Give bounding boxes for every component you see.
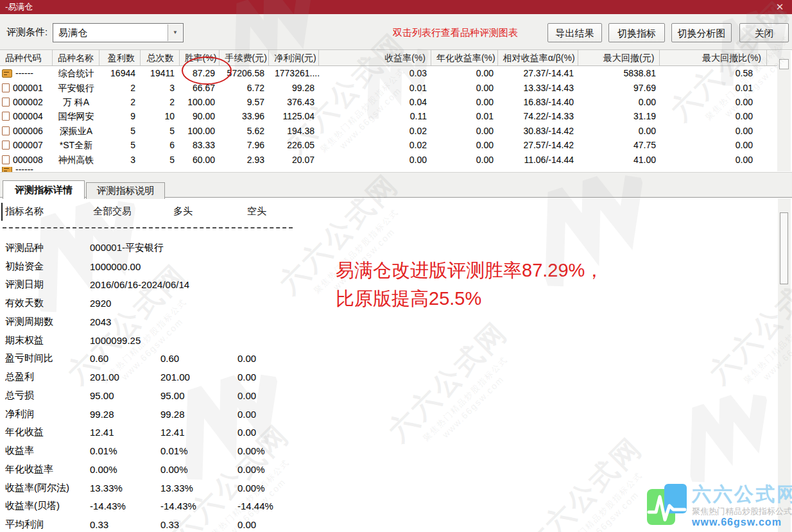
cell-ret: 0.02 [320, 138, 432, 152]
table-scrollbar[interactable] [777, 51, 791, 171]
table-row[interactable]: 000001平安银行2366.676.7299.280.010.0013.33/… [0, 80, 768, 94]
cell-profit: 226.05 [270, 138, 320, 152]
column-header[interactable]: 最大回撤(元) [578, 50, 660, 65]
detail-short: 0.00 [237, 372, 334, 382]
column-header-filler [767, 50, 777, 65]
close-button[interactable]: 关闭 [739, 23, 789, 42]
detail-long: -14.43% [160, 501, 237, 511]
column-header[interactable]: 盈利数 [99, 50, 141, 65]
detail-row: 初始资金1000000.00 [0, 257, 334, 276]
table-row[interactable]: 000004国华网安91090.0033.961125.040.110.0174… [0, 109, 768, 123]
page-icon [2, 83, 10, 92]
detail-label: 收益率(阿尔法) [0, 482, 90, 494]
detail-long: 201.00 [160, 372, 237, 382]
detail-row: 年化收益12.4112.410.00 [0, 424, 334, 442]
cell-winrate: 100.00 [180, 124, 220, 138]
switch-analysis-chart-button[interactable]: 切换分析图 [671, 23, 732, 42]
pulse-logo-icon [647, 484, 687, 525]
condition-dropdown[interactable]: 易满仓 ▼ [53, 23, 184, 42]
cell-alpha_beta: 27.57/-14.42 [499, 138, 579, 152]
table-row-partial[interactable]: ------ [0, 167, 768, 172]
detail-long: 95.00 [160, 390, 237, 401]
table-row[interactable]: 000008神州高铁3560.002.9320.070.000.0011.06/… [0, 152, 768, 166]
table-row[interactable]: 000002万 科A22100.009.57376.430.040.0016.8… [0, 95, 768, 109]
cell-fee: 33.96 [220, 109, 270, 123]
table-row[interactable]: ------综合统计169441941187.2957206.581773261… [0, 66, 768, 80]
column-header[interactable]: 年化收益率(%) [431, 50, 498, 65]
page-icon [2, 112, 10, 121]
detail-long: 12.41 [160, 427, 237, 438]
cell-ret: 0.11 [320, 109, 432, 123]
cell-ret: 0.03 [320, 66, 432, 80]
table-scrollbar-thumb[interactable] [779, 59, 789, 69]
table-row[interactable]: 000006深振业A55100.005.62194.380.020.0030.8… [0, 124, 768, 138]
detail-label: 初始资金 [0, 261, 90, 273]
column-header[interactable]: 收益率(%) [319, 50, 431, 65]
detail-row: 期末权益1000099.25 [0, 331, 334, 350]
cell-wins: 2 [99, 81, 141, 95]
cell-total: 3 [141, 81, 180, 95]
condition-value: 易满仓 [58, 24, 87, 42]
page-icon [2, 126, 10, 135]
detail-row: 评测品种000001-平安银行 [0, 239, 334, 257]
column-header[interactable]: 净利润(元) [269, 50, 319, 65]
column-header[interactable]: 品种名称 [53, 50, 99, 65]
detail-short: 0.00 [237, 409, 334, 420]
cell-annual: 0.00 [432, 153, 499, 167]
column-header[interactable]: 总次数 [141, 50, 180, 65]
detail-short: 0.00% [237, 483, 334, 493]
cell-wins: 2 [99, 95, 141, 109]
summary-icon [2, 167, 12, 172]
cell-wins: 9 [99, 109, 141, 123]
title-bar: -易满仓 ✕ [0, 0, 792, 14]
close-icon[interactable]: ✕ [771, 0, 788, 14]
detail-long: 99.28 [160, 409, 237, 420]
window-title: -易满仓 [5, 0, 33, 14]
detail-label: 总亏损 [0, 390, 90, 402]
detail-row: 收益率(阿尔法)13.33%13.33%0.00% [0, 479, 334, 497]
column-header[interactable]: 相对收益率α/β(%) [498, 50, 578, 65]
table-header-row: 品种代码品种名称盈利数总次数胜率(%)手续费(元)净利润(元)收益率(%)年化收… [0, 50, 777, 66]
detail-short: 0.00 [237, 353, 334, 364]
detail-short: -14.44% [237, 501, 334, 511]
column-header[interactable]: 品种代码 [0, 50, 53, 65]
detail-all: 1000000.00 [90, 261, 160, 272]
text-caret [1, 203, 3, 221]
table-body: ------综合统计169441941187.2957206.581773261… [0, 66, 792, 172]
detail-long: 0.33 [160, 519, 237, 530]
cell-name: 国华网安 [53, 109, 99, 123]
detail-header-long: 多头 [173, 205, 193, 218]
cell-name: *ST全新 [53, 138, 99, 152]
switch-indicator-button[interactable]: 切换指标 [608, 23, 665, 42]
detail-label: 年化收益 [0, 426, 90, 438]
export-results-button[interactable]: 导出结果 [547, 23, 602, 42]
tab-indicator-description[interactable]: 评测指标说明 [86, 182, 165, 199]
chevron-down-icon[interactable]: ▼ [168, 24, 182, 41]
detail-row: 净利润99.2899.280.00 [0, 405, 334, 424]
detail-short: 0.00 [237, 519, 334, 530]
cell-annual: 0.00 [432, 81, 499, 95]
logo-url: www.66gsw.com [692, 517, 782, 528]
detail-label: 收益率 [0, 445, 90, 457]
tab-indicator-details[interactable]: 评测指标详情 [3, 180, 85, 199]
detail-all: 000001-平安银行 [90, 242, 160, 254]
column-header[interactable]: 最大回撤比(%) [660, 50, 767, 65]
detail-all: 13.33% [90, 483, 160, 493]
page-icon [2, 155, 10, 164]
winrate-highlight-circle [182, 56, 232, 85]
detail-row: 总亏损95.0095.000.00 [0, 386, 334, 405]
cell-name: 深振业A [53, 124, 99, 138]
cell-drawdown: 0.00 [579, 95, 661, 109]
detail-label: 评测周期数 [0, 316, 90, 328]
detail-all: 2043 [90, 316, 160, 327]
detail-short: 0.00 [237, 390, 334, 401]
panel-scrollbar-thumb[interactable] [780, 212, 788, 284]
cell-drawdown_pct: 0.00 [661, 124, 768, 138]
cell-annual: 0.00 [432, 124, 499, 138]
cell-winrate: 90.00 [180, 109, 220, 123]
detail-row: 收益率(贝塔)-14.43%-14.43%-14.44% [0, 497, 334, 516]
cell-drawdown_pct: 0.58 [661, 66, 768, 80]
summary-icon [2, 69, 12, 78]
cell-wins: 16944 [99, 66, 141, 80]
table-row[interactable]: 000007*ST全新5683.337.96226.050.020.0027.5… [0, 138, 768, 152]
